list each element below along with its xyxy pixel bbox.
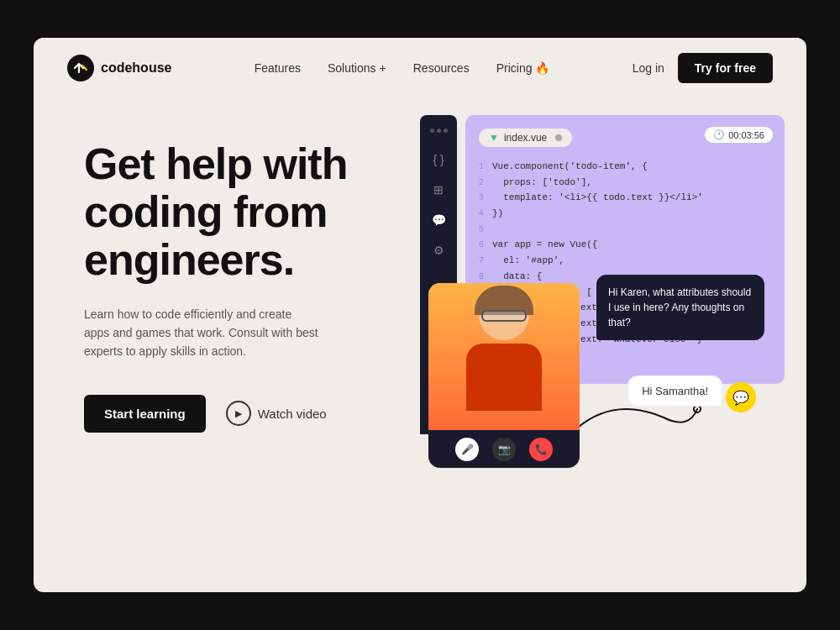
nav-solutions[interactable]: Solutions + [328, 61, 386, 75]
logo[interactable]: codehouse [67, 55, 171, 81]
code-line: 2 props: ['todo'], [479, 175, 771, 191]
chat-bubble-received: Hi Karen, what attributes should I use i… [596, 275, 764, 340]
glasses [481, 310, 527, 322]
code-line: 5 [479, 222, 771, 238]
camera-button[interactable]: 📷 [492, 438, 516, 461]
code-line: 1Vue.component('todo-item', { [479, 159, 771, 175]
fire-emoji: 🔥 [535, 61, 549, 75]
right-section: { } ⊞ 💬 ⚙ ▼ index.vue 🕐 00:03:56 1Vue.co… [403, 115, 773, 592]
dot [444, 129, 448, 133]
settings-icon[interactable]: ⚙ [433, 244, 444, 257]
timer-badge: 🕐 00:03:56 [705, 127, 773, 143]
person-body [466, 344, 542, 411]
dot [437, 129, 441, 133]
code-line: 6var app = new Vue({ [479, 237, 771, 253]
play-icon: ▶ [226, 401, 251, 426]
clock-icon: 🕐 [713, 129, 725, 140]
cta-row: Start learning ▶ Watch video [84, 395, 403, 433]
logo-icon [67, 55, 94, 81]
logo-text: codehouse [101, 60, 171, 76]
message-icon[interactable]: 💬 [432, 213, 446, 227]
video-person: 👑 [428, 283, 580, 430]
page-wrapper: codehouse Features Solutions + Resources… [34, 38, 806, 592]
hero-title: Get help with coding from engineers. [84, 140, 403, 285]
nav-actions: Log in Try for free [633, 53, 773, 83]
chat-action-button[interactable]: 💬 [726, 382, 756, 412]
person-head [479, 290, 529, 340]
person-silhouette [454, 290, 554, 424]
nav-resources[interactable]: Resources [413, 61, 470, 75]
navbar: codehouse Features Solutions + Resources… [34, 38, 806, 98]
start-learning-button[interactable]: Start learning [84, 395, 206, 433]
code-line: 3 template: '<li>{{ todo.text }}</li>' [479, 190, 771, 206]
close-dot[interactable] [555, 134, 562, 141]
code-line: 4}) [479, 206, 771, 222]
mute-button[interactable]: 🎤 [455, 438, 479, 461]
try-free-button[interactable]: Try for free [678, 53, 773, 83]
main-content: Get help with coding from engineers. Lea… [34, 98, 806, 592]
vue-icon: ▼ [489, 132, 499, 144]
chat-bubble-sent: Hi Samantha! [627, 375, 722, 407]
nav-features[interactable]: Features [255, 61, 301, 75]
grid-icon[interactable]: ⊞ [433, 183, 444, 197]
plus-icon: + [380, 61, 386, 75]
sidebar-dots [430, 129, 448, 133]
code-line: 7 el: '#app', [479, 253, 771, 269]
login-button[interactable]: Log in [633, 61, 664, 75]
left-section: Get help with coding from engineers. Lea… [84, 115, 403, 433]
video-card: 👑 🎤 📷 📞 [428, 283, 580, 468]
nav-links: Features Solutions + Resources Pricing 🔥 [255, 61, 550, 75]
video-controls: 🎤 📷 📞 [428, 430, 580, 468]
code-icon[interactable]: { } [433, 153, 444, 166]
dot [430, 129, 434, 133]
hero-subtitle: Learn how to code efficiently and create… [84, 305, 319, 361]
nav-pricing[interactable]: Pricing 🔥 [496, 61, 550, 75]
editor-tab: ▼ index.vue [479, 129, 572, 147]
watch-video-button[interactable]: ▶ Watch video [226, 401, 327, 426]
end-call-button[interactable]: 📞 [529, 438, 553, 461]
